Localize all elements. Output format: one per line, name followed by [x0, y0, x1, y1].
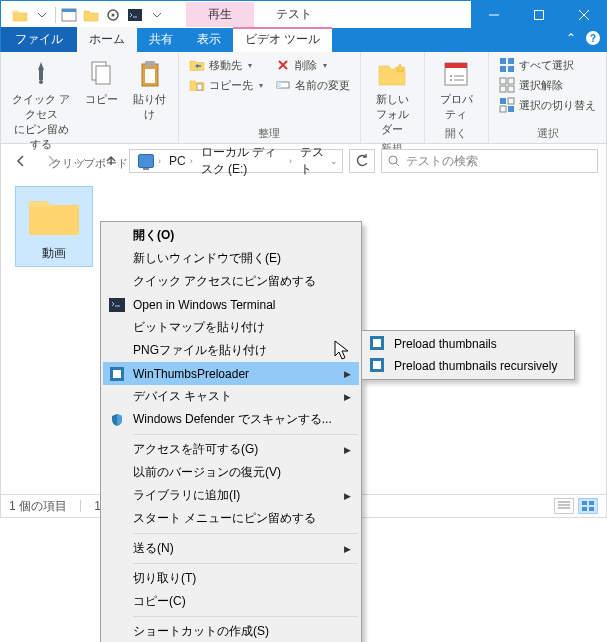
new-folder-button[interactable]: 新しい フォルダー [367, 56, 418, 139]
recent-dropdown-icon[interactable] [69, 149, 93, 173]
ctx-grant-access[interactable]: アクセスを許可する(G)▶ [103, 438, 359, 461]
ctx-restore-prev[interactable]: 以前のバージョンの復元(V) [103, 461, 359, 484]
svg-rect-30 [508, 106, 514, 112]
pc-icon [138, 154, 154, 168]
minimize-button[interactable] [471, 1, 516, 29]
svg-rect-34 [582, 507, 587, 511]
terminal-icon[interactable] [124, 4, 146, 26]
address-dropdown-icon[interactable]: ⌄ [330, 156, 338, 166]
maximize-button[interactable] [516, 1, 561, 29]
ribbon-group-select: すべて選択 選択解除 選択の切り替え 選択 [489, 52, 606, 143]
submenu-arrow-icon: ▶ [344, 491, 351, 501]
svg-rect-28 [508, 98, 514, 104]
svg-rect-32 [582, 501, 587, 505]
winthumbs-icon [370, 358, 386, 374]
up-button[interactable] [99, 149, 123, 173]
address-bar[interactable]: › PC› ローカル ディスク (E:)› テスト ⌄ [129, 149, 343, 173]
invert-selection-button[interactable]: 選択の切り替え [495, 96, 600, 114]
terminal-icon [109, 297, 125, 313]
back-button[interactable] [9, 149, 33, 173]
pin-quick-access-button[interactable]: クイック アクセス にピン留めする [7, 56, 76, 154]
new-folder-icon[interactable] [80, 4, 102, 26]
select-none-button[interactable]: 選択解除 [495, 76, 600, 94]
paste-button[interactable]: 貼り付け [128, 56, 172, 124]
shield-icon [109, 412, 125, 428]
ribbon-group-clipboard: クイック アクセス にピン留めする コピー 貼り付け クリップボード [1, 52, 179, 143]
qat-dropdown-icon[interactable] [146, 4, 168, 26]
context-tab-title: テスト [254, 2, 334, 27]
properties-button[interactable]: プロパティ [431, 56, 482, 124]
ctx-device-cast[interactable]: デバイス キャスト▶ [103, 385, 359, 408]
tab-share[interactable]: 共有 [137, 27, 185, 52]
window-controls [471, 1, 606, 29]
svg-point-6 [39, 80, 43, 84]
ctx-cut[interactable]: 切り取り(T) [103, 567, 359, 590]
svg-rect-25 [500, 86, 506, 92]
sub-preload-recursive[interactable]: Preload thumbnails recursively [364, 355, 572, 377]
ctx-create-shortcut[interactable]: ショートカットの作成(S) [103, 620, 359, 642]
ribbon-tabs: ファイル ホーム 共有 表示 ビデオ ツール ⌃ ? [0, 28, 607, 52]
breadcrumb-pc[interactable]: › [134, 154, 165, 168]
svg-rect-26 [508, 86, 514, 92]
copy-to-button[interactable]: コピー先▾ [185, 76, 267, 94]
ctx-paste-bitmap[interactable]: ビットマップを貼り付け [103, 316, 359, 339]
svg-rect-27 [500, 98, 506, 104]
ctx-send-to[interactable]: 送る(N)▶ [103, 537, 359, 560]
search-box[interactable]: テストの検索 [381, 149, 599, 173]
svg-rect-36 [109, 298, 125, 312]
ctx-paste-png[interactable]: PNGファイルを貼り付け [103, 339, 359, 362]
rename-button[interactable]: 名前の変更 [271, 76, 354, 94]
tab-home[interactable]: ホーム [77, 27, 137, 52]
properties-icon[interactable] [58, 4, 80, 26]
gear-icon[interactable] [102, 4, 124, 26]
tab-view[interactable]: 表示 [185, 27, 233, 52]
file-tab[interactable]: ファイル [1, 27, 77, 52]
ctx-winthumbs[interactable]: WinThumbsPreloader▶ [103, 362, 359, 385]
svg-rect-12 [197, 84, 202, 90]
ribbon-group-open: プロパティ 開く [425, 52, 489, 143]
move-to-button[interactable]: 移動先▾ [185, 56, 267, 74]
tab-video-tools[interactable]: ビデオ ツール [233, 27, 332, 52]
ctx-copy[interactable]: コピー(C) [103, 590, 359, 613]
ctx-open-new-window[interactable]: 新しいウィンドウで開く(E) [103, 247, 359, 270]
folder-item-selected[interactable]: 動画 [15, 186, 93, 267]
ctx-defender[interactable]: Windows Defender でスキャンする... [103, 408, 359, 431]
ribbon-group-organize: 移動先▾ コピー先▾ 削除▾ 名前の変更 整理 [179, 52, 361, 143]
breadcrumb-drive[interactable]: ローカル ディスク (E:)› [197, 144, 296, 178]
ctx-open-terminal[interactable]: Open in Windows Terminal [103, 293, 359, 316]
svg-point-3 [112, 13, 115, 16]
delete-button[interactable]: 削除▾ [271, 56, 354, 74]
copy-button[interactable]: コピー [80, 56, 124, 109]
close-button[interactable] [561, 1, 606, 29]
svg-rect-33 [589, 501, 594, 505]
submenu-arrow-icon: ▶ [344, 544, 351, 554]
refresh-button[interactable] [349, 149, 375, 173]
submenu-arrow-icon: ▶ [344, 445, 351, 455]
down-caret-icon[interactable] [31, 4, 53, 26]
view-icons-button[interactable] [578, 498, 598, 514]
svg-rect-35 [589, 507, 594, 511]
sub-preload[interactable]: Preload thumbnails [364, 333, 572, 355]
quick-access-toolbar [1, 4, 168, 26]
help-icon[interactable]: ? [586, 31, 600, 45]
view-details-button[interactable] [554, 498, 574, 514]
ribbon-collapse-icon[interactable]: ⌃ [566, 31, 576, 45]
select-all-button[interactable]: すべて選択 [495, 56, 600, 74]
svg-rect-11 [145, 69, 155, 83]
ctx-pin-quick-access[interactable]: クイック アクセスにピン留めする [103, 270, 359, 293]
breadcrumb-pc-label[interactable]: PC› [165, 154, 197, 168]
svg-rect-10 [145, 61, 155, 66]
svg-rect-20 [508, 58, 514, 64]
svg-rect-5 [534, 11, 543, 20]
svg-rect-29 [500, 106, 506, 112]
ctx-pin-start[interactable]: スタート メニューにピン留めする [103, 507, 359, 530]
forward-button[interactable] [39, 149, 63, 173]
search-placeholder: テストの検索 [406, 153, 478, 170]
ribbon: クイック アクセス にピン留めする コピー 貼り付け クリップボード 移動先▾ … [0, 52, 607, 144]
breadcrumb-folder[interactable]: テスト [296, 144, 329, 178]
folder-icon [26, 191, 82, 237]
ctx-open[interactable]: 開く(O) [103, 224, 359, 247]
ctx-add-library[interactable]: ライブラリに追加(I)▶ [103, 484, 359, 507]
svg-rect-38 [113, 370, 121, 378]
svg-point-18 [450, 79, 452, 81]
